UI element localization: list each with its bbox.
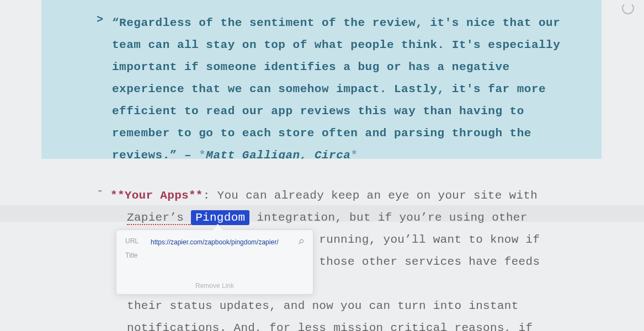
markdown-star: * [350, 149, 358, 159]
list-bullet: - [97, 185, 104, 197]
remove-link-button[interactable]: Remove Link [116, 282, 313, 290]
link-popover: URL https://zapier.com/zapbook/pingdom/z… [116, 229, 313, 295]
markdown-star: * [199, 149, 206, 159]
blockquote-marker: > [97, 13, 103, 26]
body-text-segment: : You can already keep an eye on your si… [203, 189, 537, 202]
markdown-bold-close: ** [189, 189, 203, 202]
body-text-segment: integration, but if you’re using other [257, 211, 527, 224]
blockquote: > “Regardless of the sentiment of the re… [41, 0, 602, 159]
quote-body: “Regardless of the sentiment of the revi… [112, 17, 560, 159]
loading-spinner-icon [622, 2, 634, 14]
selected-link-text[interactable]: Pingdom [191, 210, 249, 225]
blockquote-text[interactable]: “Regardless of the sentiment of the revi… [112, 12, 579, 159]
url-label: URL [125, 237, 151, 245]
markdown-bold-open: ** [110, 189, 125, 202]
quote-attribution-name: Matt Galligan [206, 149, 300, 159]
body-text-segment: notifications. And, for less mission cri… [127, 317, 552, 331]
body-heading: Your Apps [125, 189, 189, 202]
quote-attribution-tail: , Circa [300, 149, 351, 159]
popover-title-row: Title [116, 247, 313, 259]
body-text-segment: Zapier’s [127, 211, 191, 225]
url-input[interactable]: https://zapier.com/zapbook/pingdom/zapie… [151, 237, 278, 247]
body-text-segment: their status updates, and now you can tu… [127, 295, 552, 317]
title-label: Title [125, 252, 151, 259]
